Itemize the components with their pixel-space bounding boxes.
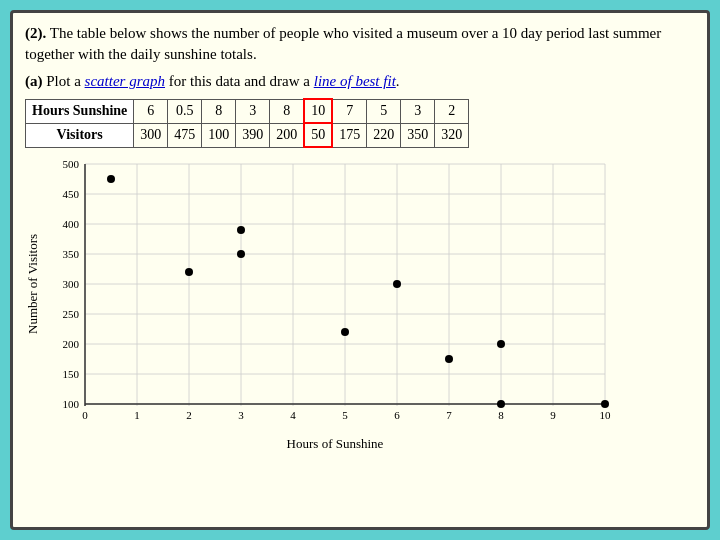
visitors-val-1: 475 <box>168 123 202 147</box>
data-point-4 <box>497 340 505 348</box>
x-tick-8: 8 <box>498 409 504 421</box>
main-container: (2). The table below shows the number of… <box>10 10 710 530</box>
y-tick-100: 100 <box>63 398 80 410</box>
sunshine-val-0: 6 <box>134 99 168 123</box>
x-tick-1: 1 <box>134 409 140 421</box>
problem-text: The table below shows the number of peop… <box>25 25 661 62</box>
visitors-val-2: 100 <box>202 123 236 147</box>
x-tick-4: 4 <box>290 409 296 421</box>
data-point-7 <box>341 328 349 336</box>
chart-inner: .grid-line { stroke: #ccc; stroke-width:… <box>45 154 625 452</box>
data-point-5 <box>601 400 609 408</box>
sunshine-val-5-highlighted: 10 <box>304 99 332 123</box>
table-row-sunshine: Hours Sunshine 6 0.5 8 3 8 10 7 5 3 2 <box>26 99 469 123</box>
sunshine-val-2: 8 <box>202 99 236 123</box>
data-point-0 <box>393 280 401 288</box>
data-point-1 <box>107 175 115 183</box>
part-a-instruction: (a) Plot a scatter graph for this data a… <box>25 73 695 90</box>
scatter-plot: .grid-line { stroke: #ccc; stroke-width:… <box>45 154 625 434</box>
y-tick-400: 400 <box>63 218 80 230</box>
y-tick-450: 450 <box>63 188 80 200</box>
y-tick-200: 200 <box>63 338 80 350</box>
problem-description: (2). The table below shows the number of… <box>25 23 695 65</box>
visitors-val-4: 200 <box>270 123 305 147</box>
visitors-val-9: 320 <box>435 123 469 147</box>
x-tick-9: 9 <box>550 409 556 421</box>
sunshine-val-9: 2 <box>435 99 469 123</box>
visitors-val-5-highlighted: 50 <box>304 123 332 147</box>
problem-number: (2). <box>25 25 46 41</box>
visitors-val-7: 220 <box>367 123 401 147</box>
y-tick-300: 300 <box>63 278 80 290</box>
data-point-3 <box>237 226 245 234</box>
visitors-val-6: 175 <box>332 123 367 147</box>
y-tick-150: 150 <box>63 368 80 380</box>
x-tick-0: 0 <box>82 409 88 421</box>
chart-container: Number of Visitors .grid-line { stroke: … <box>25 154 695 452</box>
y-axis-label: Number of Visitors <box>25 154 41 414</box>
y-tick-250: 250 <box>63 308 80 320</box>
data-point-6 <box>445 355 453 363</box>
sunshine-val-6: 7 <box>332 99 367 123</box>
x-axis-label: Hours of Sunshine <box>287 436 384 452</box>
scatter-graph-label: scatter graph <box>85 73 165 89</box>
visitors-header: Visitors <box>26 123 134 147</box>
sunshine-val-1: 0.5 <box>168 99 202 123</box>
table-row-visitors: Visitors 300 475 100 390 200 50 175 220 … <box>26 123 469 147</box>
y-tick-350: 350 <box>63 248 80 260</box>
x-tick-10: 10 <box>600 409 612 421</box>
data-point-8 <box>237 250 245 258</box>
x-tick-6: 6 <box>394 409 400 421</box>
x-tick-7: 7 <box>446 409 452 421</box>
data-table: Hours Sunshine 6 0.5 8 3 8 10 7 5 3 2 Vi… <box>25 98 469 148</box>
sunshine-val-7: 5 <box>367 99 401 123</box>
sunshine-val-3: 3 <box>236 99 270 123</box>
x-tick-5: 5 <box>342 409 348 421</box>
visitors-val-0: 300 <box>134 123 168 147</box>
x-tick-2: 2 <box>186 409 192 421</box>
visitors-val-3: 390 <box>236 123 270 147</box>
data-point-2 <box>497 400 505 408</box>
sunshine-header: Hours Sunshine <box>26 99 134 123</box>
best-fit-label: line of best fit <box>314 73 396 89</box>
sunshine-val-8: 3 <box>401 99 435 123</box>
visitors-val-8: 350 <box>401 123 435 147</box>
part-a-label: (a) <box>25 73 43 89</box>
data-point-9 <box>185 268 193 276</box>
y-tick-500: 500 <box>63 158 80 170</box>
x-tick-3: 3 <box>238 409 244 421</box>
sunshine-val-4: 8 <box>270 99 305 123</box>
